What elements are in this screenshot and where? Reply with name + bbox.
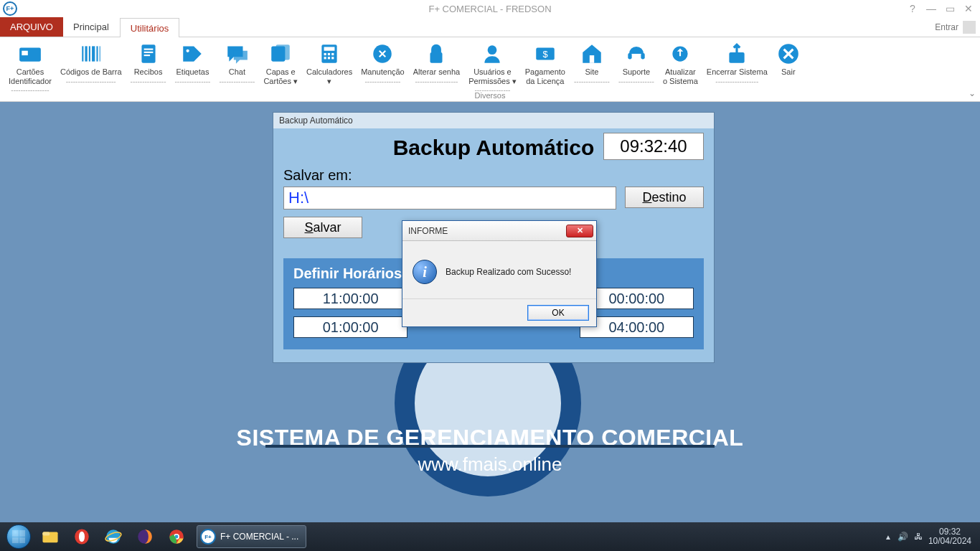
destino-button-label: estino xyxy=(651,190,686,204)
app-icon: F+ xyxy=(3,1,17,16)
svg-rect-19 xyxy=(331,53,334,55)
svg-rect-9 xyxy=(143,49,153,50)
brand-divider xyxy=(265,445,715,448)
ribbon-atualizar-sistema[interactable]: Atualizar o Sistema xyxy=(659,40,702,87)
taskbar: F+ F+ COMERCIAL - ... ▲ 🔊 🖧 09:32 10/04/… xyxy=(0,522,980,551)
start-button[interactable] xyxy=(3,524,34,550)
backup-path-input[interactable] xyxy=(283,187,616,209)
svg-rect-10 xyxy=(143,52,153,53)
ribbon-etiquetas[interactable]: Etiquetas--------------- xyxy=(171,40,215,87)
svg-rect-8 xyxy=(141,44,155,63)
svg-rect-4 xyxy=(89,46,90,61)
tray-overflow-icon[interactable]: ▲ xyxy=(885,533,892,541)
dialog-ok-button[interactable]: OK xyxy=(527,305,589,321)
taskbar-firefox-icon[interactable] xyxy=(129,524,161,549)
backup-clock: 09:32:40 xyxy=(603,133,704,160)
tray-network-icon[interactable]: 🖧 xyxy=(914,532,923,542)
backup-window-title: Backup Automático xyxy=(273,113,714,128)
ribbon-manutencao[interactable]: Manutenção--------------- xyxy=(357,40,409,87)
svg-rect-17 xyxy=(324,53,326,55)
ribbon-cartoes-identificador[interactable]: Cartões Identificador---------------- xyxy=(4,40,56,96)
info-icon: i xyxy=(413,260,437,284)
salvar-button-label: alvar xyxy=(314,220,341,235)
user-avatar-icon[interactable] xyxy=(963,21,976,34)
svg-point-36 xyxy=(79,532,85,542)
salvar-button[interactable]: Salvar xyxy=(283,217,362,238)
svg-rect-20 xyxy=(324,57,326,59)
svg-point-25 xyxy=(488,45,497,55)
ribbon-sair[interactable]: Sair xyxy=(772,40,805,78)
schedule-time-4[interactable]: 01:00:00 xyxy=(293,316,407,338)
svg-rect-5 xyxy=(92,46,95,61)
tray-volume-icon[interactable]: 🔊 xyxy=(897,532,908,542)
ribbon: Cartões Identificador---------------- Có… xyxy=(0,37,980,102)
svg-rect-30 xyxy=(641,53,644,60)
dialog-close-button[interactable]: ✕ xyxy=(566,225,593,237)
signin-label[interactable]: Entrar xyxy=(935,22,958,32)
ribbon-codigos-barra[interactable]: Códigos de Barra--------------------- xyxy=(56,40,126,87)
ribbon-suporte[interactable]: Suporte--------------- xyxy=(614,40,659,87)
ribbon-group-label: Diversos xyxy=(475,91,506,100)
svg-rect-14 xyxy=(276,44,290,60)
svg-rect-29 xyxy=(628,53,631,60)
ribbon-alterar-senha[interactable]: Alterar senha------------------ xyxy=(409,40,464,87)
ribbon-pagamento-licenca[interactable]: $Pagamento da Licença xyxy=(521,40,570,87)
svg-rect-2 xyxy=(82,46,83,61)
tab-principal[interactable]: Principal xyxy=(63,17,120,37)
close-button[interactable]: ✕ xyxy=(960,2,977,15)
ribbon-usuarios-permissoes[interactable]: Usuários e Permissões ▾--------------- xyxy=(464,40,521,96)
svg-rect-24 xyxy=(430,52,443,63)
taskbar-app-icon: F+ xyxy=(200,529,216,545)
save-in-label: Salvar em: xyxy=(283,167,704,184)
ribbon-site[interactable]: Site--------------- xyxy=(570,40,614,87)
destino-button[interactable]: Destino xyxy=(625,187,704,208)
ribbon-collapse-icon[interactable]: ⌄ xyxy=(969,88,976,98)
tray-date: 10/04/2024 xyxy=(928,537,971,546)
svg-point-12 xyxy=(187,50,189,52)
window-title: F+ COMERCIAL - FREDSON xyxy=(428,4,551,14)
svg-rect-18 xyxy=(328,53,330,55)
ribbon-capas-cartoes[interactable]: Capas e Cartões ▾ xyxy=(259,40,302,87)
taskbar-chrome-icon[interactable] xyxy=(161,524,192,549)
ribbon-tabs: ARQUIVO Principal Utilitários Entrar xyxy=(0,17,980,37)
ribbon-chat[interactable]: Chat--------------- xyxy=(215,40,259,87)
svg-rect-34 xyxy=(42,532,50,536)
svg-rect-3 xyxy=(85,46,87,61)
help-icon[interactable]: ? xyxy=(904,2,921,15)
brand-url: www.fmais.online xyxy=(0,453,980,476)
taskbar-explorer-icon[interactable] xyxy=(34,524,66,549)
minimize-button[interactable]: — xyxy=(923,2,940,15)
svg-rect-21 xyxy=(328,57,330,59)
dialog-title: INFORME xyxy=(408,226,448,236)
maximize-button[interactable]: ▭ xyxy=(941,2,958,15)
tray-clock[interactable]: 09:32 10/04/2024 xyxy=(928,527,971,546)
taskbar-opera-icon[interactable] xyxy=(66,524,98,549)
ribbon-calculadores[interactable]: Calculadores ▾ xyxy=(302,40,357,87)
svg-rect-16 xyxy=(324,47,335,50)
schedule-time-1[interactable]: 11:00:00 xyxy=(293,288,407,309)
svg-rect-11 xyxy=(143,55,150,56)
svg-rect-6 xyxy=(96,46,98,61)
ribbon-encerrar-sistema[interactable]: Encerrar Sistema------------------ xyxy=(702,40,772,87)
dialog-message: Backup Realizado com Sucesso! xyxy=(446,267,571,277)
tab-arquivo[interactable]: ARQUIVO xyxy=(0,17,63,37)
svg-rect-31 xyxy=(730,52,745,63)
tab-utilitarios[interactable]: Utilitários xyxy=(120,18,179,37)
svg-rect-7 xyxy=(99,46,100,61)
svg-rect-1 xyxy=(22,51,28,55)
taskbar-app-label: F+ COMERCIAL - ... xyxy=(220,532,298,542)
taskbar-ie-icon[interactable] xyxy=(98,524,129,549)
ribbon-recibos[interactable]: Recibos--------------- xyxy=(126,40,171,87)
svg-rect-28 xyxy=(590,55,594,63)
svg-rect-22 xyxy=(331,57,334,59)
taskbar-app-button[interactable]: F+ F+ COMERCIAL - ... xyxy=(197,525,306,548)
main-desktop: SISTEMA DE GERENCIAMENTO COMERCIAL www.f… xyxy=(0,102,980,522)
svg-text:$: $ xyxy=(542,49,547,60)
informe-dialog: INFORME ✕ i Backup Realizado com Sucesso… xyxy=(402,220,597,327)
app-titlebar: F+ F+ COMERCIAL - FREDSON ? — ▭ ✕ xyxy=(0,0,980,17)
system-tray: ▲ 🔊 🖧 09:32 10/04/2024 xyxy=(885,527,977,546)
